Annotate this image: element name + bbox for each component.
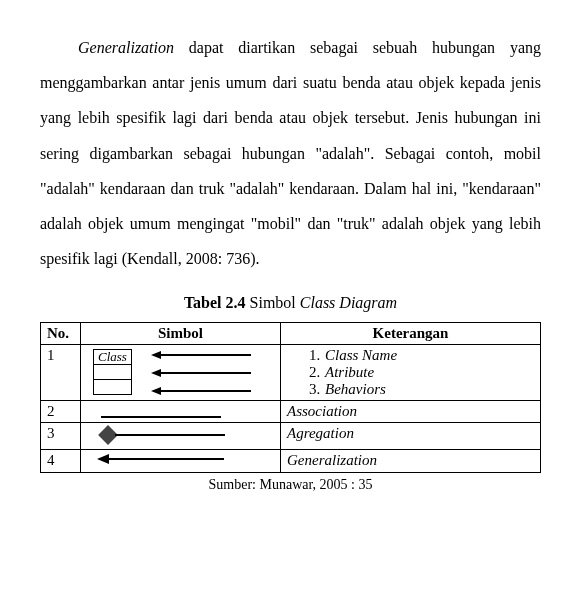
cell-simbol-3 — [81, 423, 281, 450]
symbol-table: No. Simbol Keterangan 1 Class 1 — [40, 322, 541, 473]
cell-keterangan-2: Association — [281, 401, 541, 423]
cell-simbol-1: Class — [81, 345, 281, 401]
association-line-icon — [101, 416, 221, 418]
table-title: Tabel 2.4 Simbol Class Diagram — [40, 294, 541, 312]
arrow-icon — [151, 369, 161, 377]
cell-keterangan-3: Agregation — [281, 423, 541, 450]
header-keterangan: Keterangan — [281, 323, 541, 345]
generalization-arrow-icon — [97, 454, 109, 464]
term-generalization: Generalization — [78, 39, 174, 56]
table-desc-italic: Class Diagram — [300, 294, 397, 311]
cell-no-2: 2 — [41, 401, 81, 423]
aggregation-line-icon — [115, 434, 225, 436]
cell-no-4: 4 — [41, 450, 81, 473]
cell-simbol-4 — [81, 450, 281, 473]
cell-keterangan-4: Generalization — [281, 450, 541, 473]
arrow-line-icon — [161, 354, 251, 356]
header-no: No. — [41, 323, 81, 345]
arrow-icon — [151, 387, 161, 395]
header-simbol: Simbol — [81, 323, 281, 345]
list-item: 2.Atribute — [309, 364, 534, 381]
generalization-line-icon — [109, 458, 224, 460]
class-box-label: Class — [94, 350, 131, 365]
table-row: 3 Agregation — [41, 423, 541, 450]
list-item: 3.Behaviors — [309, 381, 534, 398]
table-header-row: No. Simbol Keterangan — [41, 323, 541, 345]
table-source: Sumber: Munawar, 2005 : 35 — [40, 477, 541, 493]
cell-no-1: 1 — [41, 345, 81, 401]
body-paragraph: Generalization dapat diartikan sebagai s… — [40, 30, 541, 276]
cell-keterangan-1: 1.Class Name 2.Atribute 3.Behaviors — [281, 345, 541, 401]
class-symbol-icon: Class — [93, 349, 132, 395]
table-row: 1 Class 1.Class Name 2.Atribute 3. — [41, 345, 541, 401]
cell-simbol-2 — [81, 401, 281, 423]
table-row: 2 Association — [41, 401, 541, 423]
paragraph-rest: dapat diartikan sebagai sebuah hubungan … — [40, 39, 541, 267]
table-desc-prefix: Simbol — [246, 294, 300, 311]
arrow-line-icon — [161, 372, 251, 374]
arrow-line-icon — [161, 390, 251, 392]
table-label: Tabel 2.4 — [184, 294, 246, 311]
arrow-icon — [151, 351, 161, 359]
table-row: 4 Generalization — [41, 450, 541, 473]
list-item: 1.Class Name — [309, 347, 534, 364]
cell-no-3: 3 — [41, 423, 81, 450]
